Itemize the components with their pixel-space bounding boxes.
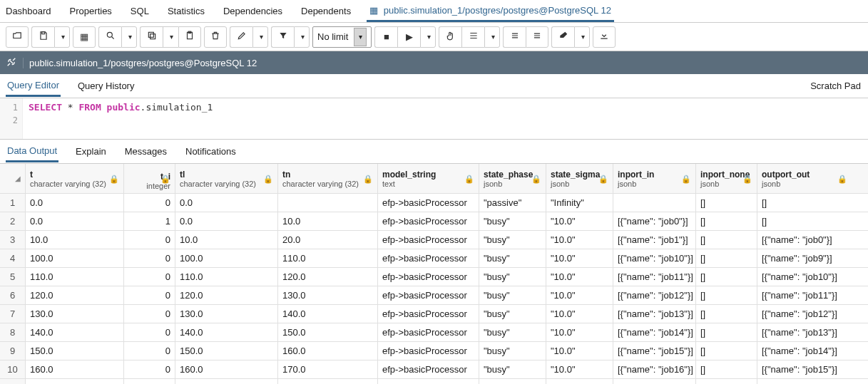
row-number[interactable]: 2 (0, 212, 26, 230)
cell[interactable]: 150.0 (278, 323, 378, 341)
cell[interactable]: [] (696, 194, 757, 212)
table-row[interactable]: 9150.00150.0160.0efp->basicProcessor"bus… (0, 342, 868, 360)
paste-button[interactable] (178, 26, 201, 48)
execute-dropdown[interactable]: ▾ (420, 26, 436, 48)
sql-editor[interactable]: 1 2 SELECT * FROM public.simulation_1 (0, 98, 868, 140)
row-number[interactable]: 10 (0, 360, 26, 378)
cell[interactable]: [{"name": "job0"}] (757, 231, 852, 249)
cell[interactable]: "busy" (479, 342, 546, 360)
open-file-button[interactable] (6, 26, 29, 48)
cell[interactable]: "10.0" (546, 305, 613, 323)
row-number[interactable]: 8 (0, 323, 26, 341)
cell[interactable]: [] (696, 268, 757, 286)
explain-button[interactable] (439, 26, 461, 48)
commit-button[interactable] (503, 26, 526, 48)
rollback-button[interactable] (526, 26, 548, 48)
filter-button[interactable] (271, 26, 294, 48)
cell[interactable]: 160.0 (278, 342, 378, 360)
cell[interactable]: "10.0" (546, 268, 613, 286)
row-number[interactable]: 5 (0, 268, 26, 286)
cell[interactable]: [{"name": "job13"}] (757, 323, 852, 341)
cell[interactable]: efp->basicProcessor (378, 305, 479, 323)
column-header[interactable]: model_stringtext🔒 (378, 164, 479, 193)
cell[interactable]: "10.0" (546, 360, 613, 378)
column-header[interactable]: state_phasejsonb🔒 (479, 164, 546, 193)
cell[interactable]: [{"name": "job17"}] (613, 379, 696, 384)
cell[interactable]: 20.0 (278, 231, 378, 249)
cell[interactable]: "10.0" (546, 212, 613, 230)
cell[interactable]: 170.0 (278, 360, 378, 378)
execute-button[interactable]: ▶ (397, 26, 420, 48)
cell[interactable]: "Infinity" (546, 194, 613, 212)
cell[interactable]: [{"name": "job12"}] (757, 305, 852, 323)
tab-query-history[interactable]: Query History (76, 76, 136, 95)
row-number[interactable]: 9 (0, 342, 26, 360)
cell[interactable]: [] (696, 305, 757, 323)
row-number[interactable]: 1 (0, 194, 26, 212)
table-row[interactable]: 10.000.0efp->basicProcessor"passive""Inf… (0, 194, 868, 212)
table-row[interactable]: 10160.00160.0170.0efp->basicProcessor"bu… (0, 360, 868, 379)
cell[interactable]: efp->basicProcessor (378, 342, 479, 360)
sql-code[interactable]: SELECT * FROM public.simulation_1 (23, 98, 218, 139)
cell[interactable]: 120.0 (278, 268, 378, 286)
cell[interactable]: efp->basicProcessor (378, 249, 479, 267)
table-row[interactable]: 8140.00140.0150.0efp->basicProcessor"bus… (0, 323, 868, 342)
cell[interactable]: 0.0 (26, 212, 124, 230)
clear-button[interactable] (551, 26, 574, 48)
limit-select[interactable]: No limit ▾ (312, 26, 372, 48)
cell[interactable]: 160.0 (26, 360, 124, 378)
column-header[interactable]: tncharacter varying (32)🔒 (278, 164, 378, 193)
find-dropdown[interactable]: ▾ (121, 26, 137, 48)
cell[interactable]: [] (696, 360, 757, 378)
cell[interactable]: 170.0 (175, 379, 278, 384)
row-number[interactable]: 4 (0, 249, 26, 267)
filter-dropdown[interactable]: ▾ (294, 26, 310, 48)
cell[interactable]: "10.0" (546, 342, 613, 360)
cell[interactable]: efp->basicProcessor (378, 194, 479, 212)
cell[interactable] (278, 194, 378, 212)
cell[interactable]: [{"name": "job11"}] (613, 268, 696, 286)
cell[interactable]: 120.0 (175, 286, 278, 304)
cell[interactable]: 170.0 (26, 379, 124, 384)
cell[interactable]: efp->basicProcessor (378, 268, 479, 286)
connection-icon[interactable] (6, 56, 17, 70)
cell[interactable]: [{"name": "job14"}] (757, 342, 852, 360)
cell[interactable]: "10.0" (546, 231, 613, 249)
cell[interactable]: 150.0 (175, 342, 278, 360)
tab-properties[interactable]: Properties (67, 1, 115, 21)
cell[interactable]: "busy" (479, 249, 546, 267)
cell[interactable]: 160.0 (175, 360, 278, 378)
table-row[interactable]: 7130.00130.0140.0efp->basicProcessor"bus… (0, 305, 868, 323)
cell[interactable]: [] (757, 212, 852, 230)
cell[interactable]: 1 (124, 212, 175, 230)
cell[interactable]: 0 (124, 342, 175, 360)
cell[interactable]: [{"name": "job15"}] (757, 360, 852, 378)
cell[interactable]: 140.0 (175, 323, 278, 341)
download-button[interactable] (593, 26, 616, 48)
cell[interactable]: 130.0 (26, 305, 124, 323)
cell[interactable]: 0 (124, 323, 175, 341)
column-header[interactable]: outport_outjsonb🔒 (757, 164, 852, 193)
cell[interactable]: 110.0 (175, 268, 278, 286)
column-header[interactable]: tlcharacter varying (32)🔒 (175, 164, 278, 193)
cell[interactable]: "busy" (479, 360, 546, 378)
cell[interactable]: [{"name": "job15"}] (613, 342, 696, 360)
column-header[interactable]: tcharacter varying (32)🔒 (26, 164, 124, 193)
tab-dependencies[interactable]: Dependencies (220, 1, 285, 21)
table-row[interactable]: 20.010.010.0efp->basicProcessor"busy""10… (0, 212, 868, 231)
cell[interactable]: 150.0 (26, 342, 124, 360)
save-dropdown[interactable]: ▾ (54, 26, 70, 48)
find-button[interactable] (98, 26, 121, 48)
cell[interactable]: efp->basicProcessor (378, 360, 479, 378)
cell[interactable]: 130.0 (278, 286, 378, 304)
tab-query-tool[interactable]: ▦ public.simulation_1/postgres/postgres@… (367, 1, 614, 22)
cell[interactable]: 0 (124, 305, 175, 323)
cell[interactable]: 0.0 (175, 212, 278, 230)
stop-button[interactable]: ■ (374, 26, 397, 48)
cell[interactable]: [] (696, 231, 757, 249)
cell[interactable]: efp->basicProcessor (378, 286, 479, 304)
table-row[interactable]: 310.0010.020.0efp->basicProcessor"busy""… (0, 231, 868, 249)
cell[interactable]: efp->basicProcessor (378, 212, 479, 230)
cell[interactable]: "busy" (479, 212, 546, 230)
cell[interactable]: efp->basicProcessor (378, 231, 479, 249)
